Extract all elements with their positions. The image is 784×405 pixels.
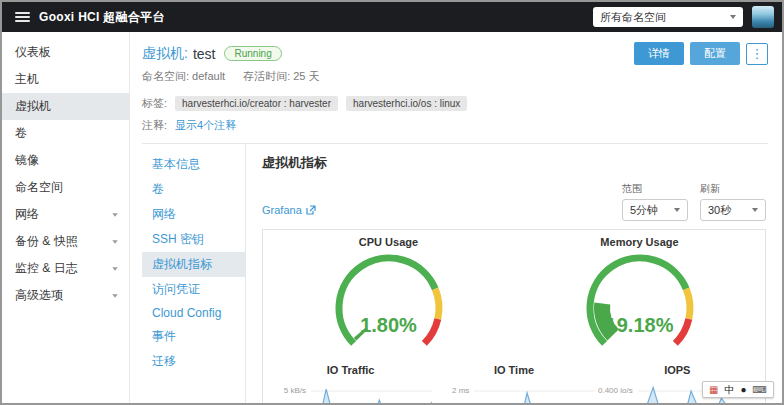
- main-content: 虚拟机: test Running 详情 配置 ⋮ 命名空间: default …: [130, 32, 782, 403]
- tab-vm-metrics[interactable]: 虚拟机指标: [142, 252, 245, 277]
- y-tick-label: 2 ms: [452, 386, 469, 395]
- y-axis-labels: 0.400 io/s 0.300 io/s 0.200 io/s: [596, 381, 638, 405]
- age-meta: 存活时间: 25 天: [243, 69, 319, 84]
- metrics-charts: CPU Usage 1.80% Memory Usage: [262, 229, 766, 405]
- refresh-select[interactable]: 30秒: [700, 199, 766, 221]
- sidebar-item-label: 仪表板: [15, 44, 51, 61]
- metrics-title: 虚拟机指标: [262, 154, 766, 172]
- namespace-select-value: 所有命名空间: [600, 10, 666, 25]
- labels-label: 标签:: [142, 96, 167, 111]
- sidebar-item-monitoring-logs[interactable]: 监控 & 日志: [2, 255, 129, 282]
- chevron-down-icon: [112, 213, 117, 217]
- sidebar-item-label: 虚拟机: [15, 98, 51, 115]
- tab-cloud-config[interactable]: Cloud Config: [142, 302, 245, 324]
- gauge-value: 1.80%: [304, 314, 474, 337]
- sidebar-item-namespaces[interactable]: 命名空间: [2, 174, 129, 201]
- sidebar-item-backup-snapshot[interactable]: 备份 & 快照: [2, 228, 129, 255]
- y-axis-labels: 2 ms 1.50 ms 1 ms: [432, 381, 474, 405]
- y-tick-label: 0.400 io/s: [598, 386, 633, 395]
- namespace-meta: 命名空间: default: [142, 69, 225, 84]
- sidebar-item-label: 命名空间: [15, 179, 63, 196]
- gauge-panel-memory: Memory Usage 19.18%: [514, 236, 765, 362]
- range-select-value: 5分钟: [630, 203, 658, 218]
- tab-basics[interactable]: 基本信息: [142, 152, 245, 177]
- chart-title: IOPS: [596, 364, 759, 376]
- details-button[interactable]: 详情: [634, 42, 684, 65]
- chevron-down-icon: [112, 267, 117, 271]
- sidebar-item-hosts[interactable]: 主机: [2, 66, 129, 93]
- chevron-down-icon: [112, 294, 117, 298]
- chart-title: IO Time: [432, 364, 595, 376]
- chevron-down-icon: [730, 15, 736, 19]
- tag-chip: harvesterhci.io/creator : harvester: [175, 96, 338, 111]
- tab-migration[interactable]: 迁移: [142, 349, 245, 374]
- sidebar-item-label: 网络: [15, 206, 39, 223]
- ime-fullwidth-icon[interactable]: ●: [741, 383, 747, 396]
- sidebar-item-label: 卷: [15, 125, 27, 142]
- mini-chart-io-traffic: IO Traffic 5 kB/s 4 kB/s 3 kB/s: [269, 364, 432, 405]
- app-header: Gooxi HCI 超融合平台 所有命名空间: [2, 2, 782, 32]
- chevron-down-icon: [112, 240, 117, 244]
- sidebar-item-label: 监控 & 日志: [15, 260, 78, 277]
- sidebar-item-label: 镜像: [15, 152, 39, 169]
- detail-tabs: 基本信息 卷 网络 SSH 密钥 虚拟机指标 访问凭证 Cloud Config…: [142, 144, 246, 403]
- chart-title: CPU Usage: [263, 236, 514, 248]
- menu-icon[interactable]: [15, 12, 30, 22]
- app-window: Gooxi HCI 超融合平台 所有命名空间 仪表板 主机 虚拟机 卷 镜像 命…: [0, 0, 784, 405]
- gauge-panel-cpu: CPU Usage 1.80%: [263, 236, 514, 362]
- sidebar-item-label: 主机: [15, 71, 39, 88]
- sidebar-item-advanced[interactable]: 高级选项: [2, 282, 129, 309]
- cpu-usage-gauge: [304, 248, 474, 358]
- chevron-down-icon: [752, 208, 758, 212]
- resource-name: test: [193, 46, 216, 62]
- tab-volumes[interactable]: 卷: [142, 177, 245, 202]
- ime-language-icon[interactable]: 中: [725, 383, 735, 396]
- chevron-down-icon: [674, 208, 680, 212]
- tab-access-credentials[interactable]: 访问凭证: [142, 277, 245, 302]
- ime-input-method-icon[interactable]: ▦: [709, 383, 718, 396]
- sidebar-item-volumes[interactable]: 卷: [2, 120, 129, 147]
- tab-ssh-keys[interactable]: SSH 密钥: [142, 227, 245, 252]
- more-actions-button[interactable]: ⋮: [746, 43, 768, 65]
- sidebar: 仪表板 主机 虚拟机 卷 镜像 命名空间 网络 备份 & 快照 监控 & 日志 …: [2, 32, 130, 403]
- annotations-label: 注释:: [142, 118, 167, 133]
- gauge-value: 19.18%: [555, 314, 725, 337]
- memory-usage-gauge: [555, 248, 725, 358]
- sidebar-item-label: 高级选项: [15, 287, 63, 304]
- config-button[interactable]: 配置: [690, 42, 740, 65]
- chart-title: IO Traffic: [269, 364, 432, 376]
- tab-events[interactable]: 事件: [142, 324, 245, 349]
- status-badge: Running: [224, 46, 281, 61]
- range-select[interactable]: 5分钟: [622, 199, 688, 221]
- grafana-link-label: Grafana: [262, 204, 302, 216]
- io-time-chart: [474, 381, 595, 405]
- ime-keyboard-icon[interactable]: ⌨: [753, 383, 767, 396]
- mini-chart-io-time: IO Time 2 ms 1.50 ms 1 ms: [432, 364, 595, 405]
- y-axis-labels: 5 kB/s 4 kB/s 3 kB/s: [269, 381, 311, 405]
- annotations-link[interactable]: 显示4个注释: [175, 118, 236, 133]
- sidebar-item-virtual-machines[interactable]: 虚拟机: [2, 93, 129, 120]
- user-avatar[interactable]: [752, 6, 774, 28]
- io-traffic-chart: [311, 381, 432, 405]
- sidebar-item-images[interactable]: 镜像: [2, 147, 129, 174]
- refresh-select-value: 30秒: [708, 203, 731, 218]
- tag-chip: harvesterhci.io/os : linux: [346, 96, 467, 111]
- sidebar-item-label: 备份 & 快照: [15, 233, 78, 250]
- sidebar-item-dashboard[interactable]: 仪表板: [2, 39, 129, 66]
- grafana-link[interactable]: Grafana: [262, 204, 316, 216]
- y-tick-label: 5 kB/s: [284, 386, 306, 395]
- tab-networks[interactable]: 网络: [142, 202, 245, 227]
- refresh-label: 刷新: [700, 182, 720, 196]
- ime-toolbar[interactable]: ▦ 中 ● ⌨: [702, 381, 774, 398]
- sidebar-item-networks[interactable]: 网络: [2, 201, 129, 228]
- resource-kind: 虚拟机:: [142, 45, 188, 63]
- app-title: Gooxi HCI 超融合平台: [39, 9, 165, 26]
- chart-title: Memory Usage: [514, 236, 765, 248]
- metrics-panel: 虚拟机指标 Grafana 范围: [246, 144, 768, 403]
- namespace-select[interactable]: 所有命名空间: [593, 7, 743, 27]
- range-label: 范围: [622, 182, 642, 196]
- external-link-icon: [306, 205, 316, 215]
